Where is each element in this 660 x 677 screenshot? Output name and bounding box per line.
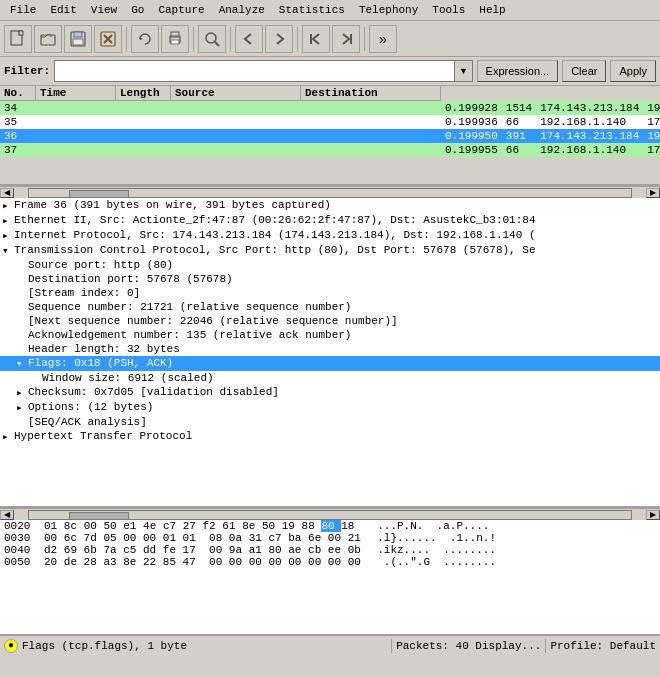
apply-button[interactable]: Apply — [610, 60, 656, 82]
detail-text: Transmission Control Protocol, Src Port:… — [14, 244, 536, 256]
detail-hscroll-left[interactable]: ◀ — [0, 510, 14, 520]
status-left-text: Flags (tcp.flags), 1 byte — [22, 640, 387, 652]
expression-button[interactable]: Expression... — [477, 60, 559, 82]
detail-hscroll-thumb[interactable] — [69, 512, 129, 520]
packet-table: No. Time Length Source Destination 340.1… — [0, 86, 660, 157]
hex-row[interactable]: 0050 20 de 28 a3 8e 22 85 47 00 00 00 00… — [0, 556, 660, 568]
expand-icon[interactable]: ▸ — [2, 229, 14, 242]
col-source[interactable]: Source — [171, 86, 301, 100]
detail-text: Ethernet II, Src: Actionte_2f:47:87 (00:… — [14, 214, 536, 226]
hscroll-right[interactable]: ▶ — [646, 188, 660, 198]
svg-point-12 — [206, 33, 216, 43]
menu-tools[interactable]: Tools — [426, 2, 471, 18]
go-last-button[interactable] — [332, 25, 360, 53]
menu-go[interactable]: Go — [125, 2, 150, 18]
hex-row[interactable]: 0040 d2 69 6b 7a c5 dd fe 17 00 9a a1 80… — [0, 544, 660, 556]
expand-icon[interactable]: ▸ — [2, 199, 14, 212]
save-button[interactable] — [64, 25, 92, 53]
hscroll-thumb[interactable] — [69, 190, 129, 198]
detail-row[interactable]: [Next sequence number: 22046 (relative s… — [0, 314, 660, 328]
packet-details[interactable]: ▸Frame 36 (391 bytes on wire, 391 bytes … — [0, 198, 660, 508]
hex-offset: 0030 — [4, 532, 44, 544]
hex-row[interactable]: 0030 00 6c 7d 05 00 00 01 01 08 0a 31 c7… — [0, 532, 660, 544]
col-length[interactable]: Length — [116, 86, 171, 100]
menu-file[interactable]: File — [4, 2, 42, 18]
go-forward-button[interactable] — [265, 25, 293, 53]
menu-telephony[interactable]: Telephony — [353, 2, 424, 18]
svg-line-13 — [215, 42, 219, 46]
expand-icon[interactable]: ▸ — [2, 430, 14, 443]
table-row[interactable]: 350.19993666192.168.1.140174.143.213.184 — [0, 115, 660, 129]
open-button[interactable] — [34, 25, 62, 53]
detail-row[interactable]: ▸Internet Protocol, Src: 174.143.213.184… — [0, 228, 660, 243]
detail-row[interactable]: Header length: 32 bytes — [0, 342, 660, 356]
col-no[interactable]: No. — [0, 86, 36, 100]
print-button[interactable] — [161, 25, 189, 53]
more-options-button[interactable]: » — [369, 25, 397, 53]
menu-analyze[interactable]: Analyze — [213, 2, 271, 18]
detail-row[interactable]: [Stream index: 0] — [0, 286, 660, 300]
reload-button[interactable] — [131, 25, 159, 53]
expand-icon[interactable]: ▾ — [2, 244, 14, 257]
expand-icon[interactable]: ▾ — [16, 357, 28, 370]
detail-text: Window size: 6912 (scaled) — [42, 372, 214, 384]
menu-help[interactable]: Help — [473, 2, 511, 18]
toolbar-sep-4 — [297, 27, 298, 51]
svg-rect-11 — [171, 40, 179, 44]
detail-text: Hypertext Transfer Protocol — [14, 430, 192, 442]
detail-row[interactable]: Window size: 6912 (scaled) — [0, 371, 660, 385]
detail-text: Sequence number: 21721 (relative sequenc… — [28, 301, 351, 313]
detail-row[interactable]: ▸Hypertext Transfer Protocol — [0, 429, 660, 444]
table-row[interactable]: 360.199950391174.143.213.184192.168.1.14… — [0, 129, 660, 143]
status-right-text: Profile: Default — [550, 640, 656, 652]
detail-row[interactable]: ▸Ethernet II, Src: Actionte_2f:47:87 (00… — [0, 213, 660, 228]
clear-button[interactable]: Clear — [562, 60, 606, 82]
table-row[interactable]: 340.1999281514174.143.213.184192.168.1.1… — [0, 101, 660, 115]
close-button[interactable] — [94, 25, 122, 53]
statusbar-sep — [391, 639, 392, 653]
detail-row[interactable]: Source port: http (80) — [0, 258, 660, 272]
filter-dropdown-button[interactable]: ▼ — [455, 60, 472, 82]
packet-list-hscrollbar: ◀ ▶ — [0, 186, 660, 198]
detail-row[interactable]: ▸Options: (12 bytes) — [0, 400, 660, 415]
detail-row[interactable]: ▸Checksum: 0x7d05 [validation disabled] — [0, 385, 660, 400]
hscroll-track[interactable] — [28, 188, 632, 198]
menubar: File Edit View Go Capture Analyze Statis… — [0, 0, 660, 21]
detail-text: Header length: 32 bytes — [28, 343, 180, 355]
packet-rows: 340.1999281514174.143.213.184192.168.1.1… — [0, 101, 660, 157]
detail-text: [Next sequence number: 22046 (relative s… — [28, 315, 398, 327]
toolbar: » — [0, 21, 660, 57]
hex-ascii: .ikz.... ........ — [364, 544, 496, 556]
table-row[interactable]: 370.19995566192.168.1.140174.143.213.184 — [0, 143, 660, 157]
menu-capture[interactable]: Capture — [152, 2, 210, 18]
menu-view[interactable]: View — [85, 2, 123, 18]
menu-statistics[interactable]: Statistics — [273, 2, 351, 18]
go-first-button[interactable] — [302, 25, 330, 53]
detail-hscroll-track[interactable] — [28, 510, 632, 520]
detail-text: Flags: 0x18 (PSH, ACK) — [28, 357, 173, 369]
find-button[interactable] — [198, 25, 226, 53]
detail-row[interactable]: Sequence number: 21721 (relative sequenc… — [0, 300, 660, 314]
detail-hscroll-right[interactable]: ▶ — [646, 510, 660, 520]
hscroll-left[interactable]: ◀ — [0, 188, 14, 198]
col-destination[interactable]: Destination — [301, 86, 441, 100]
col-time[interactable]: Time — [36, 86, 116, 100]
expand-icon[interactable]: ▸ — [16, 401, 28, 414]
detail-row[interactable]: ▾Transmission Control Protocol, Src Port… — [0, 243, 660, 258]
detail-text: [SEQ/ACK analysis] — [28, 416, 147, 428]
toolbar-sep-2 — [193, 27, 194, 51]
expand-icon[interactable]: ▸ — [2, 214, 14, 227]
detail-text: [Stream index: 0] — [28, 287, 140, 299]
hex-dump[interactable]: 0020 01 8c 00 50 e1 4e c7 27 f2 61 8e 50… — [0, 520, 660, 635]
expand-icon[interactable]: ▸ — [16, 386, 28, 399]
go-back-button[interactable] — [235, 25, 263, 53]
detail-row[interactable]: Acknowledgement number: 135 (relative ac… — [0, 328, 660, 342]
detail-row[interactable]: Destination port: 57678 (57678) — [0, 272, 660, 286]
detail-row[interactable]: [SEQ/ACK analysis] — [0, 415, 660, 429]
detail-row[interactable]: ▸Frame 36 (391 bytes on wire, 391 bytes … — [0, 198, 660, 213]
new-capture-button[interactable] — [4, 25, 32, 53]
menu-edit[interactable]: Edit — [44, 2, 82, 18]
detail-row[interactable]: ▾Flags: 0x18 (PSH, ACK) — [0, 356, 660, 371]
filter-input[interactable] — [54, 60, 455, 82]
hex-row[interactable]: 0020 01 8c 00 50 e1 4e c7 27 f2 61 8e 50… — [0, 520, 660, 532]
